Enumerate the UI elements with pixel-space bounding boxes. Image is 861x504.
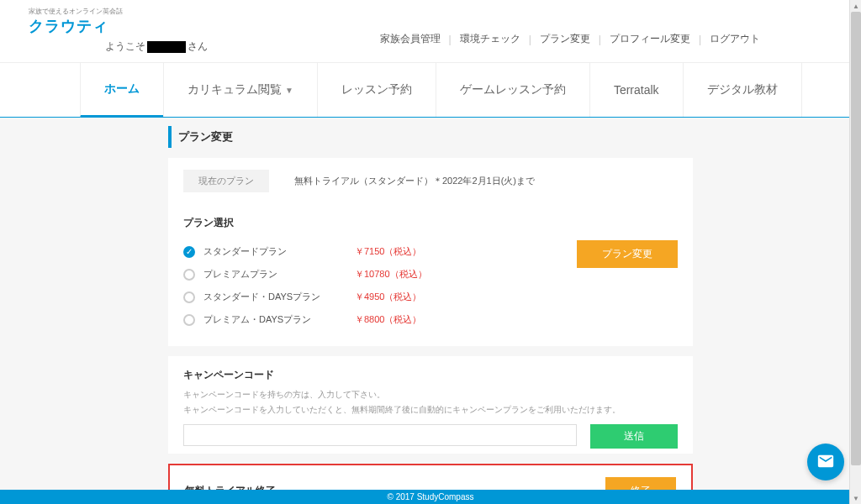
main-tabs: ホーム カリキュラム閲覧▼ レッスン予約 ゲームレッスン予約 Terratalk… [0,62,861,118]
tab-label: ホーム [104,81,140,97]
tab-lesson-reserve[interactable]: レッスン予約 [317,63,436,117]
tab-label: レッスン予約 [341,82,412,97]
current-plan-row: 現在のプラン 無料トライアル（スタンダード）＊2022年2月1日(火)まで [183,170,678,192]
plan-option-premium-days[interactable]: プレミアム・DAYSプラン ￥8800（税込） [183,308,577,331]
scroll-down-icon[interactable]: ▼ [850,492,861,504]
campaign-panel: キャンペーンコード キャンペーンコードを持ちの方は、入力して下さい。 キャンペー… [168,356,693,454]
plan-select-heading: プラン選択 [183,216,678,230]
mail-icon [816,452,835,473]
link-profile-edit[interactable]: プロフィール変更 [601,32,699,46]
footer: © 2017 StudyCompass [0,490,861,504]
greeting-suffix: さん [188,39,208,54]
logo-area: 家族で使えるオンライン英会話 クラウティ ようこそ さん [25,7,208,54]
campaign-heading: キャンペーンコード [183,368,678,382]
greeting: ようこそ さん [25,39,208,54]
logo[interactable]: 家族で使えるオンライン英会話 クラウティ [25,7,208,36]
plan-panel: 現在のプラン 無料トライアル（スタンダード）＊2022年2月1日(火)まで プラ… [168,158,693,346]
plan-option-standard[interactable]: スタンダードプラン ￥7150（税込） [183,240,577,263]
link-env-check[interactable]: 環境チェック [452,32,529,46]
page-title: プラン変更 [168,126,861,148]
plan-price: ￥4950（税込） [355,291,421,303]
change-plan-button[interactable]: プラン変更 [577,240,678,268]
link-logout[interactable]: ログアウト [701,32,769,46]
topbar: 家族で使えるオンライン英会話 クラウティ ようこそ さん 家族会員管理| 環境チ… [0,0,861,54]
campaign-note-2: キャンペーンコードを入力していただくと、無料期間終了後に自動的にキャンペーンプラ… [183,402,678,417]
tab-label: ゲームレッスン予約 [460,82,566,97]
plan-list: スタンダードプラン ￥7150（税込） プレミアムプラン ￥10780（税込） … [183,240,577,331]
greeting-prefix: ようこそ [105,39,145,54]
scroll-thumb[interactable] [851,12,861,465]
chat-fab[interactable] [807,444,844,480]
radio-icon[interactable] [183,291,195,303]
radio-checked-icon[interactable] [183,246,195,258]
chevron-down-icon: ▼ [285,86,293,95]
plan-name: スタンダード・DAYSプラン [203,291,346,303]
campaign-note-1: キャンペーンコードを持ちの方は、入力して下さい。 [183,387,678,402]
logo-tagline: 家族で使えるオンライン英会話 [29,7,123,16]
tab-label: デジタル教材 [707,82,778,97]
link-plan-change[interactable]: プラン変更 [531,32,599,46]
tab-digital-materials[interactable]: デジタル教材 [683,63,802,117]
link-family-management[interactable]: 家族会員管理 [372,32,449,46]
tab-label: カリキュラム閲覧 [188,82,282,97]
logo-brand: クラウティ [29,16,123,36]
plan-price: ￥8800（税込） [355,313,421,326]
current-plan-badge: 現在のプラン [183,170,269,192]
current-plan-text: 無料トライアル（スタンダード）＊2022年2月1日(火)まで [294,175,535,187]
plan-price: ￥10780（税込） [355,268,427,281]
radio-icon[interactable] [183,269,195,281]
vertical-scrollbar[interactable]: ▲ ▼ [849,0,861,504]
tab-terratalk[interactable]: Terratalk [589,63,683,117]
plan-option-premium[interactable]: プレミアムプラン ￥10780（税込） [183,263,577,286]
tab-game-lesson[interactable]: ゲームレッスン予約 [436,63,589,117]
tab-home[interactable]: ホーム [80,63,163,118]
plan-name: スタンダードプラン [203,245,346,258]
plan-name: プレミアムプラン [203,268,346,281]
campaign-code-input[interactable] [183,424,577,446]
plan-option-standard-days[interactable]: スタンダード・DAYSプラン ￥4950（税込） [183,286,577,308]
user-name-redacted [147,41,186,53]
top-links: 家族会員管理| 環境チェック| プラン変更| プロフィール変更| ログアウト [372,32,862,46]
plan-price: ￥7150（税込） [355,245,421,258]
plan-name: プレミアム・DAYSプラン [203,313,346,326]
campaign-submit-button[interactable]: 送信 [590,424,678,449]
tab-curriculum[interactable]: カリキュラム閲覧▼ [163,63,317,117]
scroll-up-icon[interactable]: ▲ [850,0,861,12]
radio-icon[interactable] [183,314,195,326]
tab-label: Terratalk [614,83,659,97]
content-area: プラン変更 現在のプラン 無料トライアル（スタンダード）＊2022年2月1日(火… [0,118,861,504]
